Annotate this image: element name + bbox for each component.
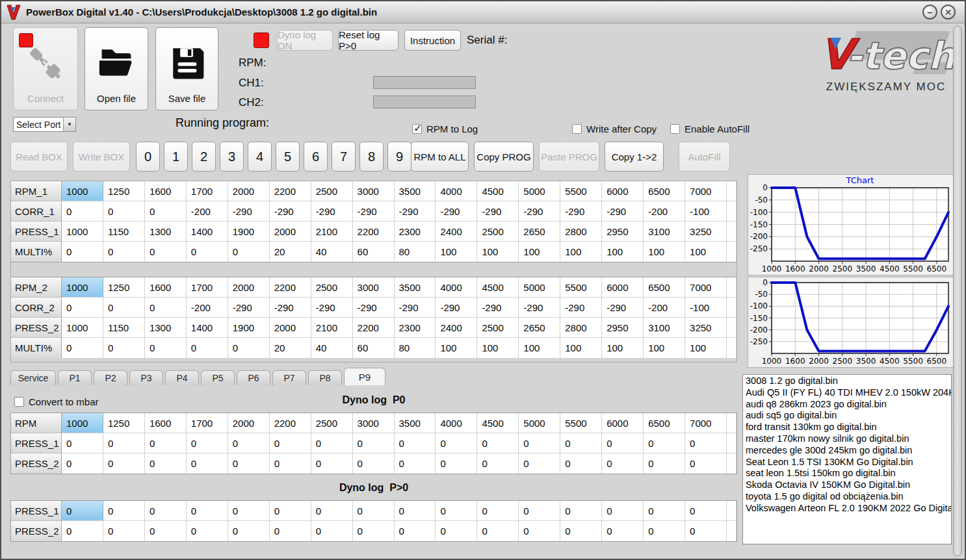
cell-multi%-5[interactable]: 20 [270, 338, 311, 358]
file-list-item[interactable]: Skoda Octavia IV 150KM Go Digital.bin [746, 479, 948, 491]
cell-multi%-15[interactable]: 100 [685, 242, 727, 262]
cell-corr_2-5[interactable]: -290 [270, 298, 311, 318]
cell-press_1-2[interactable]: 0 [145, 433, 187, 453]
file-list-item[interactable]: audi q8 286km 2023 go digital.bin [746, 399, 948, 411]
cell-press_1-6[interactable]: 0 [311, 501, 353, 521]
cell-press_1-11[interactable]: 0 [519, 433, 560, 453]
cell-press_1-4[interactable]: 0 [228, 501, 270, 521]
cell-press_2-10[interactable]: 2500 [477, 318, 519, 338]
cell-corr_2-15[interactable]: -100 [685, 298, 727, 318]
cell-multi%-1[interactable]: 0 [103, 242, 145, 262]
close-button[interactable]: ✕ [941, 5, 956, 19]
cell-press_1-10[interactable]: 0 [477, 433, 519, 453]
cell-multi%-0[interactable]: 0 [62, 338, 103, 358]
cell-press_1-1[interactable]: 0 [103, 433, 145, 453]
minimize-button[interactable]: – [922, 5, 937, 19]
cell-corr_2-4[interactable]: -290 [228, 298, 270, 318]
cell-rpm_2-15[interactable]: 7000 [685, 277, 727, 298]
cell-press_2-1[interactable]: 0 [103, 453, 145, 474]
cell-press_2-9[interactable]: 0 [436, 521, 477, 541]
cell-multi%-6[interactable]: 40 [311, 242, 353, 262]
cell-corr_2-8[interactable]: -290 [395, 298, 436, 318]
cell-rpm_1-0[interactable]: 1000 [62, 181, 103, 201]
cell-press_2-8[interactable]: 0 [395, 453, 436, 474]
cell-multi%-15[interactable]: 100 [685, 338, 727, 358]
cell-corr_1-5[interactable]: -290 [270, 201, 311, 222]
cell-rpm_1-3[interactable]: 1700 [187, 181, 228, 201]
cell-press_2-11[interactable]: 0 [519, 453, 560, 474]
cell-multi%-9[interactable]: 100 [436, 242, 477, 262]
cell-rpm_2-6[interactable]: 2500 [311, 277, 353, 298]
cell-rpm-7[interactable]: 3000 [353, 413, 395, 433]
cell-rpm_2-7[interactable]: 3000 [353, 277, 395, 298]
cell-press_1-13[interactable]: 0 [602, 501, 644, 521]
cell-corr_1-6[interactable]: -290 [311, 201, 353, 222]
cell-press_1-9[interactable]: 0 [436, 501, 477, 521]
cell-press_2-8[interactable]: 2300 [395, 318, 436, 338]
file-list-item[interactable]: seat leon 1.5tsi 150km go digital.bin [746, 468, 948, 479]
cell-press_1-5[interactable]: 0 [270, 433, 311, 453]
cell-multi%-1[interactable]: 0 [103, 338, 145, 358]
program-button-4[interactable]: 4 [248, 142, 272, 172]
cell-corr_2-7[interactable]: -290 [353, 298, 395, 318]
cell-press_2-10[interactable]: 0 [477, 453, 519, 474]
cell-rpm_1-13[interactable]: 6000 [602, 181, 644, 201]
checkbox-box[interactable] [412, 124, 422, 134]
file-list[interactable]: 3008 1.2 go digital.binAudi Q5 II (FY FL… [742, 374, 952, 544]
cell-multi%-10[interactable]: 100 [477, 242, 519, 262]
cell-corr_2-14[interactable]: -200 [644, 298, 685, 318]
cell-corr_1-8[interactable]: -290 [395, 201, 436, 222]
cell-multi%-13[interactable]: 100 [602, 242, 644, 262]
cell-press_2-7[interactable]: 2200 [353, 318, 395, 338]
program-button-7[interactable]: 7 [332, 142, 356, 172]
enable-autofill-checkbox[interactable]: Enable AutoFill [670, 123, 750, 134]
cell-rpm-8[interactable]: 3500 [395, 413, 436, 433]
cell-press_1-7[interactable]: 2200 [353, 222, 395, 242]
program-button-6[interactable]: 6 [304, 142, 328, 172]
cell-press_1-6[interactable]: 0 [311, 433, 353, 453]
chevron-down-icon[interactable]: ▼ [63, 118, 75, 131]
program-button-2[interactable]: 2 [192, 142, 216, 172]
cell-rpm_2-10[interactable]: 4500 [477, 277, 519, 298]
cell-press_2-3[interactable]: 0 [187, 521, 228, 541]
cell-press_1-12[interactable]: 0 [560, 433, 602, 453]
cell-press_2-12[interactable]: 0 [560, 453, 602, 474]
cell-press_1-13[interactable]: 2950 [602, 222, 644, 242]
file-list-item[interactable]: mercedes gle 300d 245km go digital.bin [746, 445, 948, 457]
program-button-0[interactable]: 0 [136, 142, 160, 172]
cell-press_1-5[interactable]: 2000 [270, 222, 311, 242]
tab-p8[interactable]: P8 [308, 370, 342, 385]
cell-rpm-0[interactable]: 1000 [62, 413, 103, 433]
cell-press_2-12[interactable]: 2800 [560, 318, 602, 338]
program-button-1[interactable]: 1 [164, 142, 188, 172]
cell-corr_1-12[interactable]: -290 [560, 201, 602, 222]
cell-corr_2-11[interactable]: -290 [519, 298, 560, 318]
cell-corr_1-1[interactable]: 0 [103, 201, 145, 222]
cell-multi%-9[interactable]: 100 [436, 338, 477, 358]
cell-rpm_1-14[interactable]: 6500 [644, 181, 685, 201]
cell-multi%-11[interactable]: 100 [519, 242, 560, 262]
file-list-item[interactable]: Seat Leon 1.5 TSI 130KM Go Digital.bin [746, 457, 948, 468]
cell-press_2-4[interactable]: 1900 [228, 318, 270, 338]
tab-p2[interactable]: P2 [94, 370, 127, 385]
cell-rpm-13[interactable]: 6000 [602, 413, 644, 433]
cell-rpm_2-14[interactable]: 6500 [644, 277, 685, 298]
tab-p7[interactable]: P7 [272, 370, 306, 385]
cell-press_2-1[interactable]: 1150 [103, 318, 145, 338]
cell-press_2-13[interactable]: 0 [602, 453, 644, 474]
read-box-button[interactable]: Read BOX [10, 142, 68, 172]
cell-press_1-11[interactable]: 2650 [519, 222, 560, 242]
cell-press_2-15[interactable]: 0 [685, 521, 727, 541]
cell-multi%-11[interactable]: 100 [519, 338, 560, 358]
cell-press_1-2[interactable]: 0 [145, 501, 187, 521]
cell-press_2-1[interactable]: 0 [103, 521, 145, 541]
cell-corr_1-14[interactable]: -200 [644, 201, 685, 222]
cell-rpm_1-1[interactable]: 1250 [103, 181, 145, 201]
rpm-to-log-checkbox[interactable]: RPM to Log [412, 123, 478, 134]
cell-rpm_2-4[interactable]: 2000 [228, 277, 270, 298]
cell-multi%-8[interactable]: 80 [395, 338, 436, 358]
cell-press_2-11[interactable]: 0 [519, 521, 560, 541]
cell-rpm_2-0[interactable]: 1000 [62, 277, 103, 298]
cell-multi%-12[interactable]: 100 [560, 338, 602, 358]
tab-p4[interactable]: P4 [165, 370, 199, 385]
